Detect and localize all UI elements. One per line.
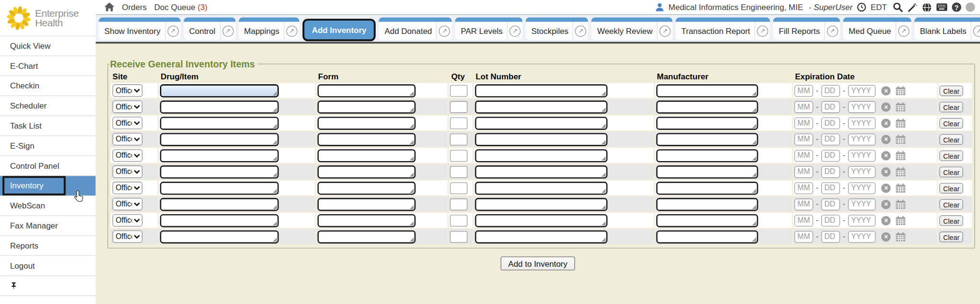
tab-popout[interactable]: ↗ [436,22,452,40]
expiration-month-input[interactable] [794,231,813,243]
site-select[interactable]: Office [112,84,143,97]
manufacturer-input[interactable] [656,197,758,210]
drug-item-input[interactable] [160,117,278,130]
tab-med-queue[interactable]: Med Queue ↗ [843,18,911,40]
drug-item-input[interactable] [160,214,278,227]
sidebar-item-e-chart[interactable]: E-Chart [0,56,96,76]
expiration-month-input[interactable] [794,166,813,178]
add-to-inventory-button[interactable]: Add to Inventory [501,257,575,271]
clear-row-button[interactable]: Clear [939,86,963,96]
clear-row-button[interactable]: Clear [939,102,963,112]
tab-weekly-review[interactable]: Weekly Review ↗ [591,18,672,40]
manufacturer-input[interactable] [656,133,758,146]
expiration-month-input[interactable] [794,101,813,113]
clear-date-icon[interactable]: × [881,199,891,209]
tab-popout[interactable]: ↗ [573,22,589,40]
clear-date-icon[interactable]: × [881,86,891,96]
qty-input[interactable] [450,133,468,145]
site-select[interactable]: Office [112,214,143,227]
qty-input[interactable] [450,166,468,178]
calendar-icon[interactable] [895,134,905,144]
expiration-year-input[interactable] [848,133,875,145]
clock-icon[interactable] [857,2,867,12]
tab-popout[interactable]: ↗ [657,22,673,40]
expiration-day-input[interactable] [821,117,840,129]
form-input[interactable] [318,230,416,243]
site-select[interactable]: Office [112,182,143,194]
manufacturer-input[interactable] [656,100,758,113]
expiration-month-input[interactable] [794,150,813,162]
tab-popout[interactable]: ↗ [971,22,980,40]
breadcrumb-orders[interactable]: Orders [122,2,147,12]
keyboard-icon[interactable] [936,3,948,11]
expiration-year-input[interactable] [848,166,875,178]
calendar-icon[interactable] [895,119,905,128]
site-select[interactable]: Office [112,230,143,243]
calendar-icon[interactable] [895,199,905,209]
clear-row-button[interactable]: Clear [939,167,963,177]
tab-control[interactable]: Control ↗ [183,18,235,40]
site-select[interactable]: Office [112,133,143,145]
calendar-icon[interactable] [895,216,905,225]
form-input[interactable] [318,181,416,194]
tab-popout[interactable]: ↗ [220,22,235,40]
sidebar-item-webscan[interactable]: WebScan [0,196,96,216]
calendar-icon[interactable] [895,232,905,241]
sidebar-item-fax-manager[interactable]: Fax Manager [0,216,96,236]
form-input[interactable] [318,165,416,178]
clear-date-icon[interactable]: × [881,119,891,128]
expiration-month-input[interactable] [794,215,813,227]
clear-date-icon[interactable]: × [881,232,891,241]
tab-add-inventory[interactable]: Add Inventory [302,19,376,41]
qty-input[interactable] [450,182,468,194]
sidebar-item-task-list[interactable]: Task List [0,116,96,136]
manufacturer-input[interactable] [656,214,758,227]
expiration-day-input[interactable] [821,198,840,210]
qty-input[interactable] [450,85,468,97]
sidebar-item-checkin[interactable]: Checkin [0,76,96,96]
expiration-day-input[interactable] [821,133,840,145]
expiration-year-input[interactable] [848,215,875,227]
expiration-year-input[interactable] [848,150,875,162]
clear-row-button[interactable]: Clear [939,216,963,226]
sidebar-item-reports[interactable]: Reports [0,236,96,256]
lot-number-input[interactable] [475,149,608,162]
calendar-icon[interactable] [895,167,905,176]
tab-mappings[interactable]: Mappings ↗ [238,18,299,40]
calendar-icon[interactable] [895,183,905,193]
sidebar-item-e-sign[interactable]: E-Sign [0,136,96,156]
drug-item-input[interactable] [160,133,278,146]
expiration-day-input[interactable] [821,166,840,178]
tab-transaction-report[interactable]: Transaction Report ↗ [676,18,770,40]
form-input[interactable] [318,100,416,113]
expiration-year-input[interactable] [848,85,875,97]
tab-popout[interactable]: ↗ [284,22,300,40]
drug-item-input[interactable] [160,84,278,97]
expiration-day-input[interactable] [821,85,840,97]
clear-date-icon[interactable]: × [881,151,891,160]
manufacturer-input[interactable] [656,165,758,178]
tab-blank-labels[interactable]: Blank Labels ↗ [914,18,980,40]
expiration-day-input[interactable] [821,182,840,194]
pushpin-icon[interactable] [10,281,18,291]
site-select[interactable]: Office [112,100,143,113]
sidebar-item-inventory[interactable]: Inventory [0,176,96,196]
expiration-month-input[interactable] [794,198,813,210]
tab-popout[interactable]: ↗ [824,22,840,40]
sidebar-item-control-panel[interactable]: Control Panel [0,156,96,176]
globe-icon[interactable] [922,2,932,12]
breadcrumb-doc-queue[interactable]: Doc Queue (3) [154,2,207,12]
expiration-month-input[interactable] [794,133,813,145]
clear-date-icon[interactable]: × [881,134,891,144]
clear-date-icon[interactable]: × [881,167,891,176]
drug-item-input[interactable] [160,230,278,243]
qty-input[interactable] [450,117,468,129]
tab-add-donated[interactable]: Add Donated ↗ [379,18,452,40]
site-select[interactable]: Office [112,149,143,162]
drug-item-input[interactable] [160,100,278,113]
lot-number-input[interactable] [475,165,608,178]
manufacturer-input[interactable] [656,117,758,130]
tab-fill-reports[interactable]: Fill Reports ↗ [773,18,840,40]
clear-row-button[interactable]: Clear [939,134,963,145]
qty-input[interactable] [450,231,468,243]
